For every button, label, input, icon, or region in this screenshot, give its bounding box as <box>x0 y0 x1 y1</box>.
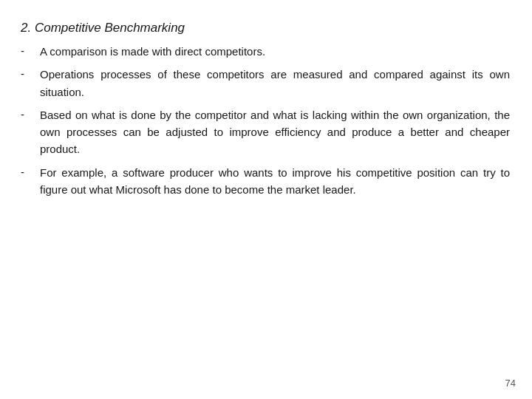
bullet-text: Operations processes of these competitor… <box>40 66 510 100</box>
slide-title: 2. Competitive Benchmarking <box>21 21 510 35</box>
bullet-text: A comparison is made with direct competi… <box>40 43 510 60</box>
bullet-list: - A comparison is made with direct compe… <box>21 43 510 198</box>
slide-container: 2. Competitive Benchmarking - A comparis… <box>0 0 532 399</box>
list-item: - Operations processes of these competit… <box>21 66 510 100</box>
bullet-text: For example, a software producer who wan… <box>40 164 510 199</box>
bullet-text: Based on what is done by the competitor … <box>40 106 510 158</box>
list-item: - For example, a software producer who w… <box>21 164 510 199</box>
bullet-dash: - <box>21 66 37 83</box>
bullet-dash: - <box>21 164 37 181</box>
list-item: - Based on what is done by the competito… <box>21 106 510 158</box>
page-number: 74 <box>505 378 516 389</box>
list-item: - A comparison is made with direct compe… <box>21 43 510 60</box>
bullet-dash: - <box>21 106 37 123</box>
bullet-dash: - <box>21 43 37 60</box>
